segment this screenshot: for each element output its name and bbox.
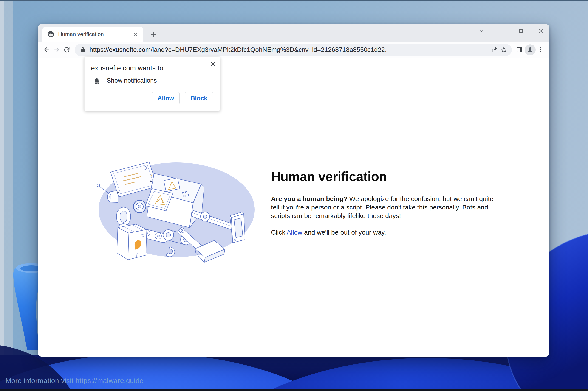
- bell-icon: [93, 77, 100, 84]
- permission-row: Show notifications: [93, 77, 157, 84]
- robot-illustration: [97, 159, 256, 263]
- verification-text-block: Human verification Are you a human being…: [271, 169, 497, 236]
- notification-permission-dialog: exusnefte.com wants to Show notification…: [84, 57, 220, 111]
- minimize-button[interactable]: [497, 26, 506, 36]
- profile-avatar[interactable]: [525, 44, 536, 55]
- dialog-title: exusnefte.com wants to: [91, 64, 163, 72]
- permission-label: Show notifications: [107, 77, 157, 84]
- kebab-menu-icon[interactable]: [536, 45, 546, 55]
- lead-paragraph: Are you a human being? We apologize for …: [271, 195, 497, 220]
- address-bar[interactable]: https://exusnefte.com/land?c=DHU7EXg3rva…: [75, 44, 512, 56]
- block-button[interactable]: Block: [185, 92, 213, 104]
- cta-after: and we'll be out of your way.: [302, 229, 386, 236]
- lead-bold: Are you a human being?: [271, 195, 347, 202]
- share-icon[interactable]: [490, 45, 499, 54]
- desktop: { "wallpaper": { "watermark_text": "More…: [0, 0, 588, 391]
- close-window-button[interactable]: [536, 26, 545, 36]
- forward-button[interactable]: [52, 45, 62, 55]
- browser-window: Human verification: [38, 24, 549, 357]
- tab-strip: Human verification: [38, 24, 549, 42]
- url-path: /land?c=DHU7EXg3rvaMPk2kDfc1QohNEmg%3D&c…: [151, 46, 387, 53]
- bookmark-star-icon[interactable]: [499, 45, 509, 54]
- tab-human-verification[interactable]: Human verification: [42, 27, 143, 42]
- lock-icon: [80, 47, 86, 53]
- reload-button[interactable]: [62, 45, 72, 55]
- globe-favicon-icon: [47, 30, 54, 38]
- dialog-close-icon[interactable]: [209, 60, 217, 68]
- browser-toolbar: https://exusnefte.com/land?c=DHU7EXg3rva…: [38, 42, 549, 58]
- url-scheme: https://: [90, 46, 109, 53]
- url-text: https://exusnefte.com/land?c=DHU7EXg3rva…: [90, 46, 387, 53]
- side-panel-icon[interactable]: [515, 45, 525, 55]
- cta-before: Click: [271, 229, 287, 236]
- maximize-button[interactable]: [516, 26, 526, 36]
- allow-button[interactable]: Allow: [151, 92, 180, 104]
- cta-allow-link[interactable]: Allow: [287, 229, 302, 236]
- new-tab-button[interactable]: [149, 30, 158, 39]
- url-domain: exusnefte.com: [109, 46, 151, 53]
- dialog-buttons: Allow Block: [151, 92, 213, 104]
- window-controls: [477, 24, 545, 38]
- tab-close-icon[interactable]: [132, 30, 140, 38]
- tab-title: Human verification: [58, 31, 132, 37]
- page-heading: Human verification: [271, 169, 497, 184]
- wallpaper-watermark-text: More information visit https://malware.g…: [5, 377, 144, 385]
- tab-search-chevron-icon[interactable]: [477, 26, 486, 36]
- cta-line: Click Allow and we'll be out of your way…: [271, 229, 497, 236]
- back-button[interactable]: [42, 45, 52, 55]
